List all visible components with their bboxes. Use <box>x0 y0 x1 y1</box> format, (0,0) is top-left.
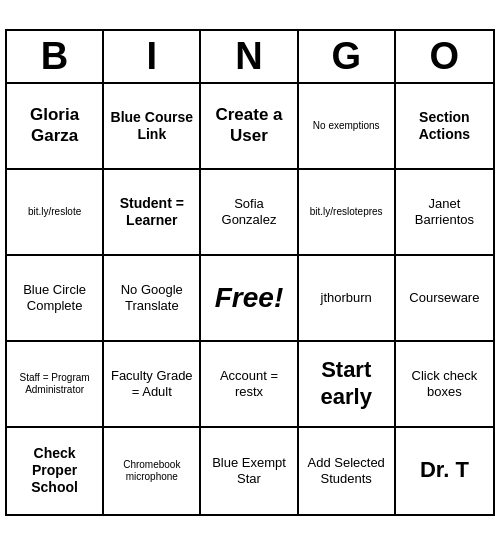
bingo-cell-12: Free! <box>201 256 298 342</box>
bingo-cell-24: Dr. T <box>396 428 493 514</box>
bingo-cell-8: bit.ly/reslotepres <box>299 170 396 256</box>
bingo-cell-10: Blue Circle Complete <box>7 256 104 342</box>
bingo-letter-b: B <box>7 31 104 82</box>
bingo-cell-18: Start early <box>299 342 396 428</box>
bingo-cell-16: Faculty Grade = Adult <box>104 342 201 428</box>
bingo-letter-i: I <box>104 31 201 82</box>
bingo-grid: Gloria GarzaBlue Course LinkCreate a Use… <box>7 84 493 514</box>
bingo-letter-o: O <box>396 31 493 82</box>
bingo-header: BINGO <box>7 31 493 84</box>
bingo-cell-3: No exemptions <box>299 84 396 170</box>
bingo-cell-9: Janet Barrientos <box>396 170 493 256</box>
bingo-cell-20: Check Proper School <box>7 428 104 514</box>
bingo-letter-g: G <box>299 31 396 82</box>
bingo-cell-2: Create a User <box>201 84 298 170</box>
bingo-cell-6: Student = Learner <box>104 170 201 256</box>
bingo-letter-n: N <box>201 31 298 82</box>
bingo-cell-19: Click check boxes <box>396 342 493 428</box>
bingo-cell-0: Gloria Garza <box>7 84 104 170</box>
bingo-cell-11: No Google Translate <box>104 256 201 342</box>
bingo-card: BINGO Gloria GarzaBlue Course LinkCreate… <box>5 29 495 516</box>
bingo-cell-5: bit.ly/reslote <box>7 170 104 256</box>
bingo-cell-17: Account = restx <box>201 342 298 428</box>
bingo-cell-1: Blue Course Link <box>104 84 201 170</box>
bingo-cell-15: Staff = Program Administrator <box>7 342 104 428</box>
bingo-cell-14: Courseware <box>396 256 493 342</box>
bingo-cell-21: Chromebook microphone <box>104 428 201 514</box>
bingo-cell-4: Section Actions <box>396 84 493 170</box>
bingo-cell-22: Blue Exempt Star <box>201 428 298 514</box>
bingo-cell-7: Sofia Gonzalez <box>201 170 298 256</box>
bingo-cell-23: Add Selected Students <box>299 428 396 514</box>
bingo-cell-13: jthorburn <box>299 256 396 342</box>
